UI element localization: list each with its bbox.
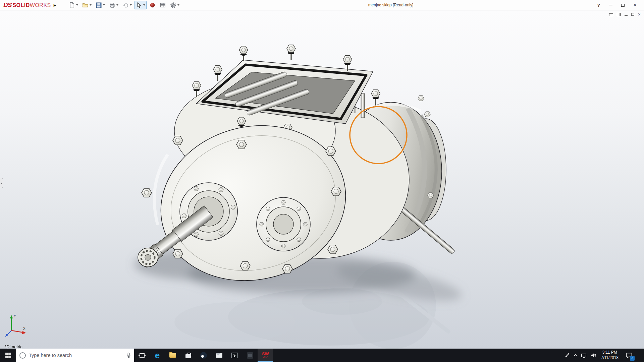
new-document-button[interactable] [67, 1, 79, 9]
secondary-hub[interactable] [257, 197, 310, 251]
task-view-icon [140, 353, 145, 358]
store-button[interactable] [180, 349, 196, 362]
new-document-icon [69, 2, 75, 8]
options-button[interactable] [169, 1, 181, 9]
solidworks-logo: DS SOLID WORKS [0, 1, 51, 9]
save-floppy-icon [96, 2, 102, 8]
select-cursor-icon [136, 2, 142, 8]
app-titlebar: DS SOLID WORKS ▶ [0, 0, 644, 10]
action-center-button[interactable]: 3 [623, 349, 635, 362]
appearance-button[interactable] [148, 1, 157, 9]
minimize-button[interactable] [606, 1, 615, 9]
file-explorer-icon [169, 353, 176, 358]
dropdown-caret-icon[interactable] [143, 4, 145, 6]
edge-button[interactable]: e [150, 349, 165, 362]
pane-icon [617, 13, 621, 16]
cortana-icon[interactable] [19, 352, 26, 359]
maximize-icon [621, 4, 625, 7]
minimize-icon [609, 5, 612, 5]
undo-arrow-icon [122, 2, 129, 8]
chevron-up-icon [574, 354, 577, 358]
steam-button[interactable] [196, 349, 211, 362]
system-tray: 3:11 PM 7/11/2018 3 [565, 349, 644, 362]
pane-right-button[interactable] [617, 13, 621, 16]
clock-date: 7/11/2018 [601, 355, 619, 361]
dropdown-caret-icon[interactable] [177, 4, 179, 6]
pane-left-button[interactable] [609, 13, 613, 16]
steam-icon [200, 352, 207, 359]
gearbox-3d-model[interactable] [0, 10, 644, 349]
dropdown-caret-icon[interactable] [103, 4, 105, 6]
windows-logo-icon [5, 353, 11, 358]
taskbar-clock[interactable]: 3:11 PM 7/11/2018 [601, 350, 619, 360]
open-document-button[interactable] [81, 1, 93, 9]
pen-icon [565, 353, 570, 358]
file-explorer-button[interactable] [165, 349, 180, 362]
red-sphere-icon [149, 2, 156, 8]
start-button[interactable] [0, 349, 16, 362]
printer-icon [109, 2, 115, 8]
command-prompt-button[interactable] [227, 349, 242, 362]
app-button[interactable] [242, 349, 258, 362]
solidworks-year-label: 2017 [263, 356, 268, 358]
open-folder-icon [82, 2, 89, 8]
doc-restore-button[interactable] [631, 13, 634, 16]
brand-works: WORKS [30, 2, 51, 8]
save-button[interactable] [94, 1, 106, 9]
print-button[interactable] [108, 1, 120, 9]
x-axis-label: X [23, 327, 25, 330]
graphics-area[interactable]: × [0, 10, 644, 349]
doc-minimize-button[interactable] [625, 13, 628, 16]
taskbar-spacer [273, 349, 565, 362]
mail-button[interactable] [211, 349, 227, 362]
speaker-icon [591, 353, 596, 358]
notification-badge: 3 [630, 356, 635, 361]
help-button[interactable]: ? [594, 1, 603, 9]
doc-close-button[interactable]: × [638, 12, 641, 17]
dropdown-caret-icon[interactable] [76, 4, 78, 6]
document-title: menjac sklop [Read-only] [368, 3, 414, 7]
clock-time: 3:11 PM [601, 350, 619, 355]
dark-app-icon [247, 352, 253, 359]
dropdown-caret-icon[interactable] [116, 4, 118, 6]
design-table-icon [160, 2, 166, 8]
reference-triad: Y X [4, 313, 29, 338]
dropdown-caret-icon[interactable] [130, 4, 132, 6]
windows-taskbar: e SW 2017 3:11 PM 7/11/2018 3 [0, 349, 644, 362]
close-button[interactable]: × [631, 1, 639, 9]
undo-button[interactable] [121, 1, 133, 9]
network-icon [581, 354, 586, 357]
design-table-button[interactable] [158, 1, 167, 9]
maximize-button[interactable] [619, 1, 627, 9]
quick-access-toolbar [67, 1, 181, 9]
pane-icon [609, 13, 613, 16]
task-view-button[interactable] [134, 349, 150, 362]
window-controls: ? × [594, 1, 644, 9]
mail-envelope-icon [216, 353, 222, 358]
hidden-icons-button[interactable] [574, 354, 577, 357]
select-tool-button[interactable] [135, 1, 147, 9]
menu-flyout-arrow-icon[interactable]: ▶ [54, 3, 56, 7]
network-button[interactable] [581, 354, 586, 357]
y-axis-label: Y [14, 314, 16, 318]
gear-icon [170, 2, 176, 8]
taskbar-search-box[interactable] [16, 349, 134, 362]
document-window-controls: × [609, 12, 641, 17]
volume-button[interactable] [591, 353, 596, 358]
dropdown-caret-icon[interactable] [90, 4, 92, 6]
restore-icon [631, 13, 634, 16]
search-input[interactable] [29, 353, 123, 358]
store-bag-icon [185, 354, 191, 358]
command-prompt-icon [231, 353, 238, 358]
brand-solid: SOLID [12, 2, 30, 8]
windows-ink-button[interactable] [565, 353, 570, 358]
ds-monogram: DS [3, 1, 11, 9]
minimize-icon [625, 15, 628, 16]
edge-icon: e [155, 351, 160, 360]
microphone-icon[interactable] [126, 353, 131, 358]
solidworks-taskbar-button[interactable]: SW 2017 [258, 349, 273, 362]
corner-post [361, 94, 365, 118]
